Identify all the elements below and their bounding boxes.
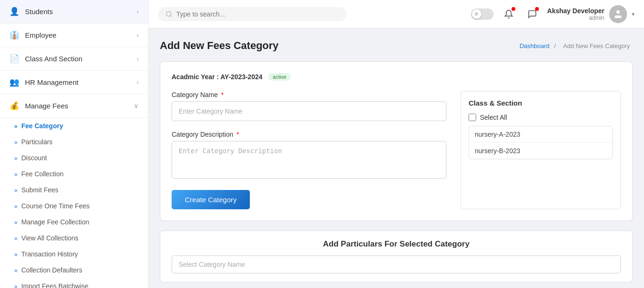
sidebar-subitem-course-one-time[interactable]: » Course One Time Fees <box>0 198 148 214</box>
messages-button[interactable] <box>524 6 541 23</box>
sidebar-subitem-collection-defaulters[interactable]: » Collection Defaulters <box>0 262 148 278</box>
double-chevron-icon: » <box>14 251 17 258</box>
page-content: Add New Fees Category Dashboard / Add Ne… <box>149 28 644 288</box>
notifications-button[interactable] <box>500 6 517 23</box>
header: ⚙ Akshay Developer admin ▾ <box>149 0 644 28</box>
sidebar-item-class-section[interactable]: 📄 Class And Section › <box>0 47 148 71</box>
breadcrumb-home[interactable]: Dashboard <box>520 42 550 49</box>
sidebar-subitem-import-batchwise[interactable]: » Import Fees Batchwise <box>0 278 148 288</box>
main-content: ⚙ Akshay Developer admin ▾ <box>149 0 644 288</box>
academic-year-bar: Acadmic Year : AY-2023-2024 active <box>172 73 621 81</box>
message-badge <box>535 7 539 11</box>
avatar <box>609 5 627 23</box>
select-category-dropdown[interactable]: Select Category Name <box>172 255 621 273</box>
sidebar-subitem-fee-category[interactable]: » Fee Category <box>0 118 148 134</box>
category-description-label: Category Description * <box>172 131 446 138</box>
sidebar-label-students: Students <box>25 8 53 16</box>
category-description-input[interactable] <box>172 141 446 179</box>
particulars-title: Add Particulars For Selected Category <box>172 239 621 249</box>
chevron-icon: › <box>137 8 139 15</box>
double-chevron-icon: » <box>14 139 17 146</box>
class-list: nursery-A-2023 nursery-B-2023 <box>469 126 613 159</box>
select-all-label: Select All <box>480 114 507 121</box>
sidebar-label-class-section: Class And Section <box>25 55 83 63</box>
sidebar-subitem-discount[interactable]: » Discount <box>0 150 148 166</box>
theme-toggle[interactable]: ⚙ <box>471 8 494 20</box>
chevron-icon: › <box>137 32 139 39</box>
create-category-button[interactable]: Create Category <box>172 190 250 209</box>
sidebar-label-hr: HR Management <box>25 78 78 86</box>
chevron-icon: › <box>137 79 139 86</box>
subitem-label-collection-defaulters: Collection Defaulters <box>21 266 82 274</box>
header-actions: ⚙ Akshay Developer admin ▾ <box>471 5 635 23</box>
chevron-down-icon: ∨ <box>134 102 139 109</box>
search-box[interactable] <box>158 7 347 21</box>
bell-icon <box>504 9 513 19</box>
double-chevron-icon: » <box>14 219 17 226</box>
academic-year-label: Acadmic Year : AY-2023-2024 <box>172 73 263 81</box>
breadcrumb-separator: / <box>554 42 557 49</box>
chat-icon <box>528 9 537 19</box>
double-chevron-icon: » <box>14 283 17 288</box>
category-name-group: Category Name * <box>172 91 446 121</box>
employee-icon: 👔 <box>9 30 19 40</box>
select-all-row: Select All <box>469 114 613 121</box>
toggle-button[interactable]: ⚙ <box>471 8 494 20</box>
form-left: Category Name * Category Description * C… <box>172 91 446 209</box>
double-chevron-icon: » <box>14 187 17 194</box>
sidebar-subitem-particulars[interactable]: » Particulars <box>0 134 148 150</box>
subitem-label-course-one-time: Course One Time Fees <box>21 202 90 210</box>
sidebar-subitem-fee-collection[interactable]: » Fee Collection <box>0 166 148 182</box>
svg-line-1 <box>170 15 172 16</box>
particulars-section: Add Particulars For Selected Category Se… <box>160 230 633 282</box>
user-role: admin <box>547 15 604 21</box>
subitem-label-transaction-history: Transaction History <box>21 250 78 258</box>
double-chevron-icon: » <box>14 123 17 130</box>
form-layout: Category Name * Category Description * C… <box>172 91 621 209</box>
subitem-label-fee-category: Fee Category <box>21 122 63 130</box>
sidebar-item-employee[interactable]: 👔 Employee › <box>0 24 148 47</box>
list-item[interactable]: nursery-A-2023 <box>469 126 612 143</box>
sidebar-item-hr[interactable]: 👥 HR Management › <box>0 71 148 94</box>
sidebar-subitem-view-all-collections[interactable]: » View All Collections <box>0 230 148 246</box>
toggle-knob: ⚙ <box>472 9 481 19</box>
page-title: Add New Fees Category <box>160 40 279 52</box>
category-description-group: Category Description * <box>172 131 446 181</box>
notification-badge <box>512 7 515 11</box>
sidebar: 👤 Students › 👔 Employee › 📄 Class And Se… <box>0 0 149 288</box>
breadcrumb: Dashboard / Add New Fees Category <box>520 42 633 49</box>
select-all-checkbox[interactable] <box>469 114 476 121</box>
page-header: Add New Fees Category Dashboard / Add Ne… <box>160 40 633 52</box>
breadcrumb-current: Add New Fees Category <box>563 42 630 49</box>
students-icon: 👤 <box>9 7 19 16</box>
sidebar-subitem-submit-fees[interactable]: » Submit Fees <box>0 182 148 198</box>
manage-fees-icon: 💰 <box>9 101 19 111</box>
category-name-label: Category Name * <box>172 91 446 99</box>
user-text: Akshay Developer admin <box>547 7 604 21</box>
double-chevron-icon: » <box>14 235 17 242</box>
subitem-label-submit-fees: Submit Fees <box>21 186 58 194</box>
category-name-input[interactable] <box>172 101 446 121</box>
user-profile[interactable]: Akshay Developer admin ▾ <box>547 5 635 23</box>
required-asterisk: * <box>237 131 239 138</box>
main-form-card: Acadmic Year : AY-2023-2024 active Categ… <box>160 61 633 221</box>
subitem-label-particulars: Particulars <box>21 138 52 146</box>
double-chevron-icon: » <box>14 171 17 178</box>
hr-icon: 👥 <box>9 77 19 87</box>
sidebar-label-employee: Employee <box>25 31 57 39</box>
subitem-label-manage-fee-collection: Manage Fee Collection <box>21 218 89 226</box>
search-input[interactable] <box>176 10 339 18</box>
search-icon <box>165 10 173 18</box>
sidebar-item-manage-fees[interactable]: 💰 Manage Fees ∨ <box>0 94 148 118</box>
academic-year-badge: active <box>268 73 291 81</box>
manage-fees-submenu: » Fee Category » Particulars » Discount … <box>0 118 148 288</box>
svg-point-2 <box>616 10 619 13</box>
subitem-label-view-all-collections: View All Collections <box>21 234 78 242</box>
chevron-down-icon: ▾ <box>632 11 635 17</box>
class-section-title: Class & Section <box>469 99 613 107</box>
list-item[interactable]: nursery-B-2023 <box>469 143 612 159</box>
sidebar-subitem-transaction-history[interactable]: » Transaction History <box>0 246 148 262</box>
double-chevron-icon: » <box>14 155 17 162</box>
sidebar-subitem-manage-fee-collection[interactable]: » Manage Fee Collection <box>0 214 148 230</box>
sidebar-item-students[interactable]: 👤 Students › <box>0 0 148 24</box>
